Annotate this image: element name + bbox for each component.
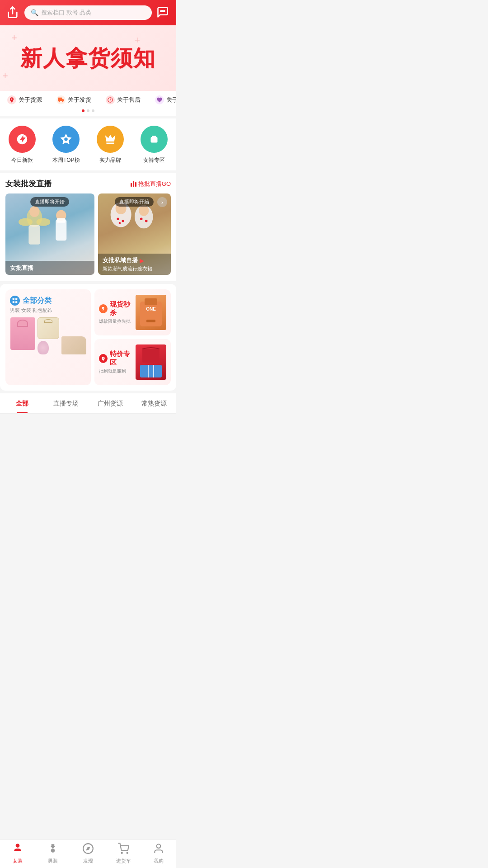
svg-point-14	[29, 206, 39, 217]
banner-title: 新人拿货须知	[20, 44, 156, 73]
flash-sale-title: 现货秒杀	[110, 300, 136, 317]
svg-rect-31	[13, 301, 14, 303]
aftersale-label: 关于售后	[117, 96, 141, 104]
header: 🔍 搜索档口 款号 品类	[0, 0, 176, 25]
tab-changshu[interactable]: 常熟货源	[132, 393, 177, 413]
search-bar[interactable]: 🔍 搜索档口 款号 品类	[24, 5, 152, 20]
all-categories-header: 全部分类	[10, 296, 52, 306]
all-categories-icon	[10, 296, 20, 306]
bar1	[131, 183, 132, 187]
svg-rect-37	[142, 349, 160, 363]
share-icon[interactable]	[6, 6, 20, 19]
info-item-shipping[interactable]: 关于发货	[49, 95, 99, 104]
live-card-large-badge: 直播即将开始	[30, 197, 69, 207]
flash-sale-icon	[99, 304, 108, 313]
dot-1	[82, 109, 84, 112]
svg-point-28	[145, 220, 148, 222]
promo-inner: 全部分类 男装 女装 鞋包配饰	[5, 289, 171, 385]
info-item-service[interactable]: 关于服务	[148, 95, 176, 104]
category-icon-skirts	[141, 126, 168, 153]
live-section-title: 女装批发直播	[5, 179, 52, 189]
category-label-brand: 实力品牌	[99, 156, 121, 164]
chat-icon[interactable]	[156, 6, 170, 19]
svg-point-1	[160, 11, 161, 12]
live-header: 女装批发直播 抢批直播GO	[5, 179, 171, 189]
svg-rect-33	[140, 302, 162, 326]
svg-rect-29	[13, 298, 14, 300]
category-new-today[interactable]: 今日新款	[9, 126, 36, 164]
svg-point-15	[19, 218, 33, 226]
flash-sale-text: 现货秒杀 爆款限量抢先批	[99, 300, 136, 325]
live-red-icon: ▶	[140, 257, 144, 264]
all-categories-images	[10, 317, 86, 354]
flash-sale-product-img: ONE	[136, 295, 166, 330]
promo-section: 全部分类 男装 女装 鞋包配饰	[0, 284, 176, 391]
live-card-small-channel: 女批私域自播	[103, 256, 138, 264]
svg-point-5	[59, 101, 60, 102]
flash-sale-card[interactable]: 现货秒杀 爆款限量抢先批 ONE	[94, 289, 171, 335]
earrings-product-img	[38, 341, 49, 354]
search-placeholder-text: 搜索档口 款号 品类	[41, 9, 91, 17]
category-icon-top-week	[52, 126, 80, 153]
special-zone-sub: 批到就是赚到	[99, 368, 136, 374]
new-user-banner[interactable]: + + + 新人拿货须知	[0, 25, 176, 91]
tab-guangzhou[interactable]: 广州货源	[88, 393, 132, 413]
search-icon: 🔍	[31, 9, 38, 16]
flash-sale-header: 现货秒杀	[99, 300, 136, 317]
service-label: 关于服务	[166, 96, 176, 104]
svg-rect-30	[15, 298, 17, 300]
svg-rect-13	[28, 225, 40, 245]
svg-point-10	[153, 139, 154, 140]
category-label-top-week: 本周TOP榜	[52, 156, 80, 164]
strip-dots	[0, 107, 176, 112]
bar2	[133, 181, 134, 187]
live-card-small-desc: 新款潮气质流行连衣裙	[103, 265, 166, 272]
live-card-large[interactable]: 直播即将开始 女批直播	[5, 193, 94, 275]
nav-spacer	[0, 414, 176, 445]
live-more-text: 抢批直播GO	[138, 180, 171, 188]
source-icon	[7, 95, 16, 104]
info-item-aftersale[interactable]: 关于售后	[99, 95, 148, 104]
tab-all[interactable]: 全部	[0, 393, 44, 413]
live-bars-icon	[131, 181, 136, 187]
svg-point-7	[65, 137, 68, 141]
dot-2	[87, 109, 89, 112]
category-skirts[interactable]: 女裤专区	[141, 126, 168, 164]
categories-section: 今日新款 本周TOP榜 实力品牌 女裤专区	[0, 118, 176, 170]
shipping-label: 关于发货	[68, 96, 91, 104]
live-card-small-bottom: 女批私域自播 ▶ 新款潮气质流行连衣裙	[98, 254, 171, 275]
category-icon-brand	[97, 126, 124, 153]
svg-rect-19	[57, 218, 66, 223]
live-card-small-badge: 直播即将开始	[115, 197, 154, 207]
category-label-new-today: 今日新款	[11, 156, 33, 164]
svg-point-23	[122, 220, 124, 222]
all-categories-card[interactable]: 全部分类 男装 女装 鞋包配饰	[5, 289, 91, 385]
special-zone-card[interactable]: 特价专区 批到就是赚到	[94, 339, 171, 385]
live-card-large-bottom: 女批直播	[5, 261, 94, 275]
svg-rect-32	[15, 301, 17, 303]
svg-rect-9	[152, 136, 156, 138]
special-zone-icon	[99, 354, 108, 363]
svg-point-26	[139, 205, 149, 216]
svg-point-2	[162, 11, 163, 12]
dot-3	[92, 109, 94, 112]
svg-text:ONE: ONE	[146, 307, 156, 311]
svg-point-22	[117, 217, 119, 220]
info-strip: 关于货源 关于发货 关于售后 关于服务	[0, 91, 176, 107]
info-item-source[interactable]: 关于货源	[0, 95, 49, 104]
tab-live[interactable]: 直播专场	[44, 393, 89, 413]
special-zone-text: 特价专区 批到就是赚到	[99, 350, 136, 374]
live-more-button[interactable]: 抢批直播GO	[131, 180, 171, 188]
category-label-skirts: 女裤专区	[143, 156, 165, 164]
category-top-week[interactable]: 本周TOP榜	[52, 126, 80, 164]
svg-rect-36	[146, 320, 155, 322]
live-card-large-label: 女批直播	[10, 264, 33, 271]
category-icon-new-today	[9, 126, 36, 153]
live-section: 女装批发直播 抢批直播GO	[0, 173, 176, 281]
svg-point-6	[62, 101, 63, 102]
bar3	[135, 182, 136, 187]
category-brand[interactable]: 实力品牌	[97, 126, 124, 164]
special-zone-header: 特价专区	[99, 350, 136, 367]
svg-point-3	[164, 11, 164, 12]
live-card-small[interactable]: 直播即将开始 › 女批私域自播 ▶ 新款潮气质流行连衣裙	[98, 193, 171, 275]
